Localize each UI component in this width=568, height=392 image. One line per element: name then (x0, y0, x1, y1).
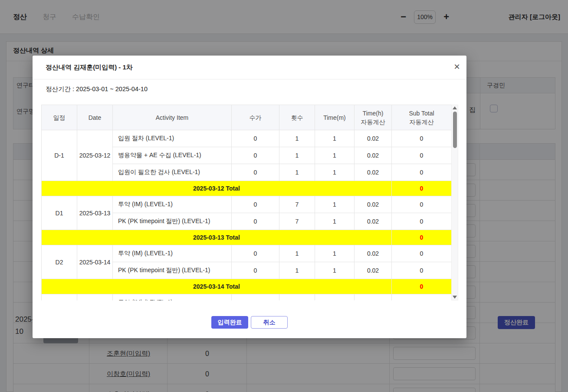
modal-title: 정산내역 김재훈(미입력) - 1차 (46, 63, 133, 72)
time-m: 1 (315, 213, 355, 230)
col-time-m: Time(m) (315, 105, 355, 130)
scrollbar-thumb[interactable] (453, 112, 457, 148)
header-row: 일정 Date Activity Item 수가 횟수 Time(m) Time… (42, 105, 452, 130)
scroll-down-icon[interactable] (453, 296, 457, 299)
fee: 0 (232, 164, 279, 181)
time-h: 0.02 (355, 130, 392, 147)
subtotal: 0 (392, 213, 452, 230)
daily-total-label: 2025-03-13 Total (42, 230, 392, 245)
daily-total-value: 0 (392, 279, 452, 294)
input-complete-button[interactable]: 입력완료 (211, 316, 248, 329)
fee: 0 (232, 130, 279, 147)
subtotal: 0 (392, 147, 452, 164)
time-h: 0.02 (355, 262, 392, 279)
schedule-cell: D2 (42, 245, 77, 279)
screen: 정산 청구 수납확인 − 100% + 관리자 [로그아웃] 정산내역 상세 연… (0, 0, 568, 392)
table-scrollbar[interactable] (451, 105, 458, 300)
count: 1 (279, 147, 315, 164)
time-m: 1 (315, 245, 355, 262)
col-time-h-line2: 자동계산 (355, 118, 391, 126)
schedule-cell: D1 (42, 196, 77, 230)
count: 1 (279, 262, 315, 279)
scroll-up-icon[interactable] (453, 106, 457, 109)
date-cell: 2025-03-13 (77, 196, 113, 230)
time-m: 1 (315, 147, 355, 164)
subtotal: 0 (392, 164, 452, 181)
subtotal: 0 (392, 245, 452, 262)
activity-item: 입원이 필요한 검사 (LEVEL-1) (113, 164, 232, 181)
activity-row: D-1 2025-03-12 입원 절차 (LEVEL-1) 0 1 1 0.0… (42, 130, 452, 147)
daily-total-row: 2025-03-14 Total 0 (42, 279, 452, 294)
subtotal: 0 (392, 294, 452, 301)
date-cell: 2025-03-12 (77, 130, 113, 181)
daily-total-label: 2025-03-12 Total (42, 181, 392, 196)
fee: 0 (232, 147, 279, 164)
activity-row: 투약 (IM) (LEVEL-1) 0 1 1 0.02 0 (42, 294, 452, 301)
col-subtotal: Sub Total자동계산 (392, 105, 452, 130)
count: 1 (279, 294, 315, 301)
time-m: 1 (315, 164, 355, 181)
count: 1 (279, 164, 315, 181)
schedule-cell (42, 294, 77, 301)
time-h: 0.02 (355, 196, 392, 213)
count: 7 (279, 196, 315, 213)
col-fee: 수가 (232, 105, 279, 130)
col-activity: Activity Item (113, 105, 232, 130)
activity-table: 일정 Date Activity Item 수가 횟수 Time(m) Time… (41, 105, 451, 300)
activity-row: D1 2025-03-13 투약 (IM) (LEVEL-1) 0 7 1 0.… (42, 196, 452, 213)
time-h: 0.02 (355, 245, 392, 262)
fee: 0 (232, 262, 279, 279)
modal-footer: 입력완료 취소 (33, 316, 466, 329)
date-cell: 2025-03-14 (77, 245, 113, 279)
daily-total-label: 2025-03-14 Total (42, 279, 392, 294)
daily-total-value: 0 (392, 230, 452, 245)
fee: 0 (232, 245, 279, 262)
activity-table-wrap: 일정 Date Activity Item 수가 횟수 Time(m) Time… (41, 105, 451, 300)
subtotal: 0 (392, 196, 452, 213)
fee: 0 (232, 294, 279, 301)
daily-total-value: 0 (392, 181, 452, 196)
time-m: 1 (315, 130, 355, 147)
time-h: 0.02 (355, 294, 392, 301)
activity-item: 투약 (IM) (LEVEL-1) (113, 294, 232, 301)
time-m: 1 (315, 262, 355, 279)
daily-total-row: 2025-03-12 Total 0 (42, 181, 452, 196)
activity-item: 병용약물 + AE 수집 (LEVEL-1) (113, 147, 232, 164)
activity-item: 투약 (IM) (LEVEL-1) (113, 245, 232, 262)
settlement-entry-modal: 정산내역 김재훈(미입력) - 1차 ✕ 정산기간 : 2025-03-01 ~… (33, 56, 466, 338)
count: 1 (279, 130, 315, 147)
subtotal: 0 (392, 262, 452, 279)
col-time-h: Time(h)자동계산 (355, 105, 392, 130)
count: 7 (279, 213, 315, 230)
activity-item: 입원 절차 (LEVEL-1) (113, 130, 232, 147)
activity-item: PK (PK timepoint 절반) (LEVEL-1) (113, 213, 232, 230)
col-count: 횟수 (279, 105, 315, 130)
activity-item: 투약 (IM) (LEVEL-1) (113, 196, 232, 213)
time-h: 0.02 (355, 147, 392, 164)
date-cell (77, 294, 113, 301)
time-m: 1 (315, 196, 355, 213)
time-m: 1 (315, 294, 355, 301)
subtotal: 0 (392, 130, 452, 147)
fee: 0 (232, 213, 279, 230)
col-date: Date (77, 105, 113, 130)
activity-item: PK (PK timepoint 절반) (LEVEL-1) (113, 262, 232, 279)
close-icon[interactable]: ✕ (452, 62, 462, 72)
activity-row: D2 2025-03-14 투약 (IM) (LEVEL-1) 0 1 1 0.… (42, 245, 452, 262)
schedule-cell: D-1 (42, 130, 77, 181)
col-subtotal-line1: Sub Total (392, 109, 451, 118)
count: 1 (279, 245, 315, 262)
col-subtotal-line2: 자동계산 (392, 118, 451, 126)
modal-header-divider (33, 79, 466, 79)
time-h: 0.02 (355, 213, 392, 230)
fee: 0 (232, 196, 279, 213)
cancel-button[interactable]: 취소 (251, 316, 288, 329)
settlement-period-text: 정산기간 : 2025-03-01 ~ 2025-04-10 (46, 85, 148, 93)
daily-total-row: 2025-03-13 Total 0 (42, 230, 452, 245)
col-time-h-line1: Time(h) (355, 109, 391, 118)
time-h: 0.02 (355, 164, 392, 181)
col-schedule: 일정 (42, 105, 77, 130)
